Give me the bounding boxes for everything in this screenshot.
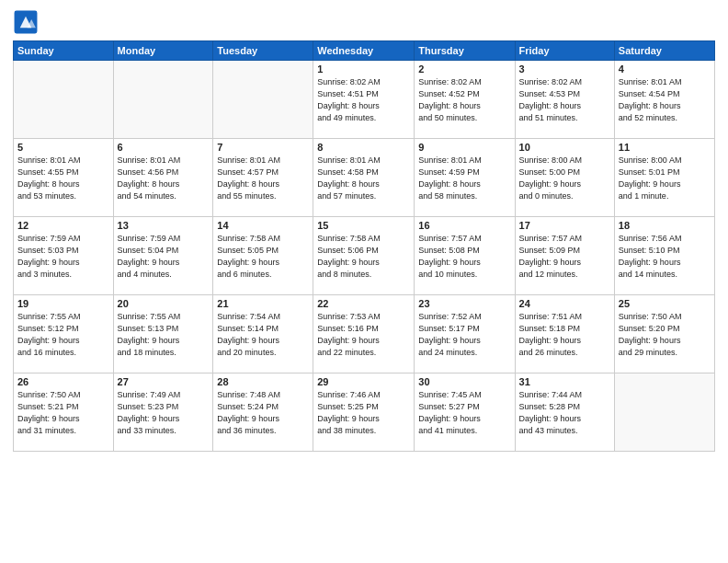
- calendar-cell: 27Sunrise: 7:49 AM Sunset: 5:23 PM Dayli…: [113, 373, 213, 452]
- weekday-header-row: SundayMondayTuesdayWednesdayThursdayFrid…: [14, 41, 715, 61]
- day-info: Sunrise: 7:50 AM Sunset: 5:20 PM Dayligh…: [619, 311, 711, 359]
- calendar-cell: 2Sunrise: 8:02 AM Sunset: 4:52 PM Daylig…: [415, 61, 515, 139]
- day-info: Sunrise: 7:45 AM Sunset: 5:27 PM Dayligh…: [418, 389, 510, 437]
- calendar-cell: [113, 61, 213, 139]
- day-number: 8: [317, 142, 410, 153]
- day-info: Sunrise: 7:55 AM Sunset: 5:13 PM Dayligh…: [118, 311, 210, 359]
- day-info: Sunrise: 8:01 AM Sunset: 4:59 PM Dayligh…: [418, 155, 510, 202]
- week-row-3: 12Sunrise: 7:59 AM Sunset: 5:03 PM Dayli…: [14, 217, 715, 295]
- week-row-4: 19Sunrise: 7:55 AM Sunset: 5:12 PM Dayli…: [14, 295, 715, 373]
- calendar-cell: 25Sunrise: 7:50 AM Sunset: 5:20 PM Dayli…: [614, 295, 714, 373]
- day-info: Sunrise: 8:01 AM Sunset: 4:58 PM Dayligh…: [317, 155, 410, 202]
- day-number: 1: [317, 63, 410, 75]
- day-number: 14: [217, 220, 309, 231]
- day-info: Sunrise: 8:02 AM Sunset: 4:52 PM Dayligh…: [418, 76, 510, 124]
- day-info: Sunrise: 8:01 AM Sunset: 4:56 PM Dayligh…: [118, 155, 210, 202]
- day-number: 5: [17, 142, 109, 153]
- day-number: 28: [217, 376, 309, 387]
- day-info: Sunrise: 7:46 AM Sunset: 5:25 PM Dayligh…: [317, 389, 410, 437]
- day-number: 15: [317, 220, 410, 231]
- day-info: Sunrise: 7:52 AM Sunset: 5:17 PM Dayligh…: [418, 311, 510, 359]
- calendar-cell: [213, 61, 313, 139]
- day-number: 4: [619, 63, 711, 75]
- calendar-cell: 11Sunrise: 8:00 AM Sunset: 5:01 PM Dayli…: [614, 139, 714, 217]
- logo-icon: [13, 9, 39, 35]
- day-number: 31: [519, 376, 610, 387]
- day-number: 30: [418, 376, 510, 387]
- calendar-cell: 19Sunrise: 7:55 AM Sunset: 5:12 PM Dayli…: [14, 295, 114, 373]
- calendar-cell: 9Sunrise: 8:01 AM Sunset: 4:59 PM Daylig…: [415, 139, 515, 217]
- calendar-cell: 4Sunrise: 8:01 AM Sunset: 4:54 PM Daylig…: [614, 61, 714, 139]
- day-number: 17: [519, 220, 610, 231]
- day-number: 19: [17, 298, 109, 309]
- weekday-header-monday: Monday: [113, 41, 213, 61]
- calendar-cell: 26Sunrise: 7:50 AM Sunset: 5:21 PM Dayli…: [14, 373, 114, 452]
- day-info: Sunrise: 7:57 AM Sunset: 5:09 PM Dayligh…: [519, 233, 610, 281]
- calendar-cell: 22Sunrise: 7:53 AM Sunset: 5:16 PM Dayli…: [313, 295, 415, 373]
- calendar-cell: 1Sunrise: 8:02 AM Sunset: 4:51 PM Daylig…: [313, 61, 415, 139]
- day-info: Sunrise: 7:50 AM Sunset: 5:21 PM Dayligh…: [17, 389, 109, 437]
- day-info: Sunrise: 8:00 AM Sunset: 5:01 PM Dayligh…: [619, 155, 711, 202]
- day-info: Sunrise: 7:58 AM Sunset: 5:05 PM Dayligh…: [217, 233, 309, 281]
- day-info: Sunrise: 8:02 AM Sunset: 4:51 PM Dayligh…: [317, 76, 410, 124]
- calendar-cell: 23Sunrise: 7:52 AM Sunset: 5:17 PM Dayli…: [415, 295, 515, 373]
- day-info: Sunrise: 8:02 AM Sunset: 4:53 PM Dayligh…: [519, 76, 610, 124]
- calendar-cell: 3Sunrise: 8:02 AM Sunset: 4:53 PM Daylig…: [515, 61, 614, 139]
- weekday-header-friday: Friday: [515, 41, 614, 61]
- calendar-cell: 14Sunrise: 7:58 AM Sunset: 5:05 PM Dayli…: [213, 217, 313, 295]
- day-number: 20: [118, 298, 210, 309]
- calendar-cell: [614, 373, 714, 452]
- week-row-1: 1Sunrise: 8:02 AM Sunset: 4:51 PM Daylig…: [14, 61, 715, 139]
- day-info: Sunrise: 7:59 AM Sunset: 5:04 PM Dayligh…: [118, 233, 210, 281]
- weekday-header-wednesday: Wednesday: [313, 41, 415, 61]
- day-info: Sunrise: 7:44 AM Sunset: 5:28 PM Dayligh…: [519, 389, 610, 437]
- calendar: SundayMondayTuesdayWednesdayThursdayFrid…: [13, 40, 715, 452]
- day-number: 12: [17, 220, 109, 231]
- day-number: 3: [519, 63, 610, 75]
- calendar-cell: 15Sunrise: 7:58 AM Sunset: 5:06 PM Dayli…: [313, 217, 415, 295]
- day-number: 13: [118, 220, 210, 231]
- day-info: Sunrise: 7:53 AM Sunset: 5:16 PM Dayligh…: [317, 311, 410, 359]
- calendar-cell: 24Sunrise: 7:51 AM Sunset: 5:18 PM Dayli…: [515, 295, 614, 373]
- day-info: Sunrise: 7:59 AM Sunset: 5:03 PM Dayligh…: [17, 233, 109, 281]
- day-info: Sunrise: 8:01 AM Sunset: 4:55 PM Dayligh…: [17, 155, 109, 202]
- calendar-cell: 30Sunrise: 7:45 AM Sunset: 5:27 PM Dayli…: [415, 373, 515, 452]
- day-number: 11: [619, 142, 711, 153]
- weekday-header-sunday: Sunday: [14, 41, 114, 61]
- calendar-cell: 16Sunrise: 7:57 AM Sunset: 5:08 PM Dayli…: [415, 217, 515, 295]
- calendar-cell: 8Sunrise: 8:01 AM Sunset: 4:58 PM Daylig…: [313, 139, 415, 217]
- weekday-header-saturday: Saturday: [614, 41, 714, 61]
- calendar-cell: 31Sunrise: 7:44 AM Sunset: 5:28 PM Dayli…: [515, 373, 614, 452]
- day-number: 9: [418, 142, 510, 153]
- calendar-cell: 5Sunrise: 8:01 AM Sunset: 4:55 PM Daylig…: [14, 139, 114, 217]
- day-number: 10: [519, 142, 610, 153]
- weekday-header-tuesday: Tuesday: [213, 41, 313, 61]
- day-info: Sunrise: 7:51 AM Sunset: 5:18 PM Dayligh…: [519, 311, 610, 359]
- header: [13, 9, 715, 35]
- calendar-cell: 28Sunrise: 7:48 AM Sunset: 5:24 PM Dayli…: [213, 373, 313, 452]
- calendar-cell: 21Sunrise: 7:54 AM Sunset: 5:14 PM Dayli…: [213, 295, 313, 373]
- page: SundayMondayTuesdayWednesdayThursdayFrid…: [0, 0, 728, 563]
- day-info: Sunrise: 8:01 AM Sunset: 4:57 PM Dayligh…: [217, 155, 309, 202]
- day-number: 24: [519, 298, 610, 309]
- calendar-cell: 10Sunrise: 8:00 AM Sunset: 5:00 PM Dayli…: [515, 139, 614, 217]
- calendar-cell: [14, 61, 114, 139]
- calendar-cell: 18Sunrise: 7:56 AM Sunset: 5:10 PM Dayli…: [614, 217, 714, 295]
- day-info: Sunrise: 7:55 AM Sunset: 5:12 PM Dayligh…: [17, 311, 109, 359]
- day-number: 6: [118, 142, 210, 153]
- day-info: Sunrise: 7:54 AM Sunset: 5:14 PM Dayligh…: [217, 311, 309, 359]
- day-number: 23: [418, 298, 510, 309]
- day-number: 27: [118, 376, 210, 387]
- day-info: Sunrise: 7:56 AM Sunset: 5:10 PM Dayligh…: [619, 233, 711, 281]
- weekday-header-thursday: Thursday: [415, 41, 515, 61]
- day-number: 2: [418, 63, 510, 75]
- calendar-cell: 6Sunrise: 8:01 AM Sunset: 4:56 PM Daylig…: [113, 139, 213, 217]
- calendar-cell: 7Sunrise: 8:01 AM Sunset: 4:57 PM Daylig…: [213, 139, 313, 217]
- calendar-cell: 13Sunrise: 7:59 AM Sunset: 5:04 PM Dayli…: [113, 217, 213, 295]
- day-number: 18: [619, 220, 711, 231]
- calendar-cell: 17Sunrise: 7:57 AM Sunset: 5:09 PM Dayli…: [515, 217, 614, 295]
- day-number: 21: [217, 298, 309, 309]
- day-number: 7: [217, 142, 309, 153]
- logo: [13, 9, 42, 35]
- day-number: 26: [17, 376, 109, 387]
